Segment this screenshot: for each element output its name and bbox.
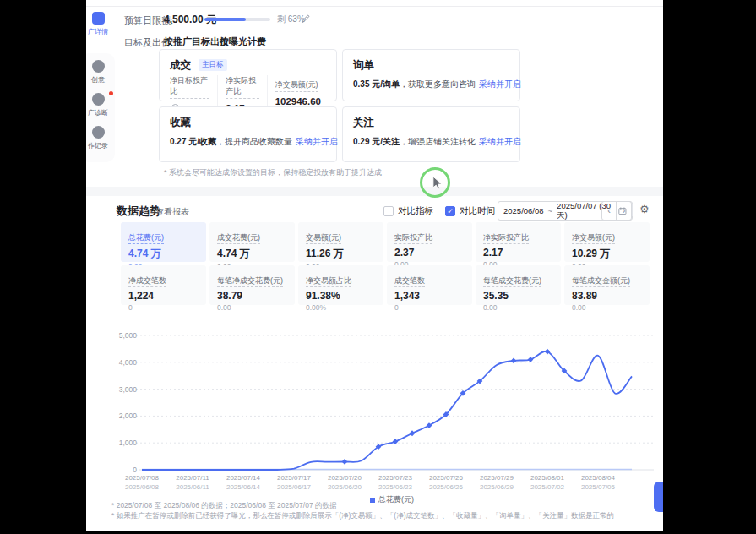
y-tick-label: 3,000: [119, 385, 138, 394]
metric-card[interactable]: 实际投产比2.370.00: [387, 222, 472, 262]
adopt-enable-link[interactable]: 采纳并开启: [296, 137, 338, 146]
metric-card-value: 2.37: [394, 247, 465, 259]
x-tick-compare-label: 2025/06/11: [176, 483, 209, 491]
x-tick-compare-label: 2025/06/14: [226, 483, 261, 491]
prev-period-button[interactable]: ‹: [602, 202, 617, 220]
metric-card[interactable]: 每笔净成交花费(元)38.790.00: [209, 265, 295, 305]
goal-card-inquiry: 询单 0.35 元/询单，获取更多意向咨询采纳并开启: [342, 49, 520, 101]
metric-card-label: 净交易额占比: [306, 275, 351, 287]
metric-card-label: 每笔成交金额(元): [572, 275, 630, 287]
adopt-enable-link[interactable]: 采纳并开启: [479, 137, 521, 146]
primary-goal-badge: 主目标: [199, 59, 227, 71]
metric-card[interactable]: 净交易额(元)10.29 万0.00: [564, 222, 650, 262]
goal-card-title: 成交: [170, 58, 191, 73]
x-tick-label: 2025/07/11: [176, 474, 209, 482]
date-separator: ~: [548, 206, 553, 215]
metric-card-value: 2.17: [483, 247, 553, 259]
metric-card[interactable]: 净实际投产比2.170.00: [476, 222, 561, 262]
sidebar-item-diagnosis[interactable]: 广诊断: [86, 93, 115, 117]
x-tick-compare-label: 2025/06/08: [125, 483, 160, 491]
metric-card[interactable]: 净交易额占比91.38%0.00%: [298, 265, 383, 305]
sidebar: 广详情 创意 广诊断 作记录: [86, 12, 115, 162]
data-point-marker[interactable]: [528, 357, 534, 362]
settings-gear-icon[interactable]: ⚙: [639, 203, 650, 215]
goal-card-desc: 0.35 元/询单，获取更多意向咨询采纳并开启: [353, 79, 521, 90]
goal-card-desc: 0.29 元/关注，增强店铺关注转化采纳并开启: [353, 136, 521, 148]
x-tick-compare-label: 2025/06/29: [480, 483, 514, 491]
tab-bid-by-impression[interactable]: 按曝光计费: [220, 35, 266, 48]
footnote-data-range: * 2025/07/08 至 2025/08/06 的数据；2025/06/08…: [111, 501, 337, 511]
adopt-enable-link[interactable]: 采纳并开启: [479, 79, 521, 89]
trend-section-title: 数据趋势: [117, 204, 160, 219]
promotion-detail-icon: [92, 12, 105, 25]
data-point-marker[interactable]: [410, 430, 416, 436]
y-tick-label: 5,000: [119, 331, 138, 340]
x-tick-label: 2025/08/04: [581, 474, 616, 482]
y-tick-label: 1,000: [119, 439, 138, 447]
metric-card-compare-value: 0.00: [217, 303, 287, 312]
sidebar-item-detail[interactable]: 广详情: [86, 12, 115, 36]
sidebar-item-label: 作记录: [86, 141, 115, 150]
metric-card-value: 38.79: [217, 290, 287, 302]
view-report-link[interactable]: 查看报表: [155, 206, 189, 218]
metric-card-value: 91.38%: [306, 290, 376, 302]
x-tick-compare-label: 2025/07/05: [581, 483, 616, 491]
metric-card[interactable]: 每笔成交金额(元)83.890.00: [564, 265, 650, 305]
date-start: 2025/06/08: [503, 206, 544, 215]
legend-label: 总花费(元): [378, 494, 414, 505]
main-panel: 广详情 创意 广诊断 作记录 预算日限额: 4,5: [86, 0, 663, 531]
metric-card-label: 成交花费(元): [217, 232, 260, 244]
data-point-marker[interactable]: [342, 459, 348, 465]
goal-card-desc: 0.27 元/收藏，提升商品收藏数量采纳并开启: [170, 136, 338, 148]
metric-card-compare-value: 0.00: [483, 303, 553, 312]
metric-label: 净目标投产比: [170, 75, 209, 99]
metric-card[interactable]: 总花费(元)4.74 万0.00: [121, 222, 206, 262]
header-divider: [632, 204, 633, 216]
compare-metric-checkbox[interactable]: [383, 206, 394, 216]
sidebar-item-records[interactable]: 作记录: [86, 126, 115, 150]
y-tick-label: 0: [133, 466, 137, 474]
metric-card-value: 1,343: [394, 290, 465, 302]
goal-card-follow: 关注 0.29 元/关注，增强店铺关注转化采纳并开启: [342, 106, 520, 162]
data-point-marker[interactable]: [393, 439, 399, 444]
metric-card[interactable]: 净成交笔数1,2240: [121, 265, 206, 305]
metric-card-label: 净成交笔数: [128, 275, 166, 287]
data-point-marker[interactable]: [511, 357, 517, 363]
sidebar-item-label: 广诊断: [86, 108, 115, 117]
trend-chart: 01,0002,0003,0004,0005,0002025/07/082025…: [110, 328, 659, 501]
metric-card-label: 每笔净成交花费(元): [217, 275, 283, 287]
next-period-button[interactable]: ›: [617, 202, 631, 220]
notification-dot: [109, 91, 113, 95]
sidebar-item-label: 广详情: [86, 27, 115, 36]
metric-card-value: 1,224: [128, 290, 199, 302]
x-tick-compare-label: 2025/06/17: [277, 483, 312, 491]
sidebar-group: 创意 广诊断 作记录: [86, 53, 115, 162]
x-tick-label: 2025/07/20: [328, 474, 362, 482]
sidebar-item-label: 创意: [86, 75, 115, 84]
compare-time-checkbox[interactable]: ✓: [445, 206, 455, 216]
metric-card[interactable]: 每笔成交花费(元)35.350.00: [476, 265, 561, 305]
metric-card-compare-value: 0: [394, 303, 465, 312]
sidebar-item-creative[interactable]: 创意: [86, 60, 115, 84]
metric-card-label: 实际投产比: [394, 232, 432, 244]
compare-metric-label: 对比指标: [398, 205, 433, 217]
metric-card-value: 11.26 万: [306, 247, 376, 261]
budget-slider[interactable]: [204, 18, 270, 21]
metric-card-compare-value: 0: [128, 303, 199, 312]
edit-budget-icon[interactable]: [301, 14, 311, 24]
data-point-marker[interactable]: [427, 422, 432, 428]
metric-card[interactable]: 交易额(元)11.26 万0.00: [298, 222, 383, 262]
metric-card[interactable]: 成交笔数1,3430: [387, 265, 472, 305]
metric-card[interactable]: 成交花费(元)4.74 万0.00: [209, 222, 295, 262]
goal-card-favorite: 收藏 0.27 元/收藏，提升商品收藏数量采纳并开启: [159, 106, 337, 162]
metric-card-compare-value: 0.00%: [306, 303, 376, 312]
metric-card-value: 10.29 万: [572, 247, 642, 261]
x-tick-compare-label: 2025/06/23: [378, 483, 413, 491]
compare-time-label: 对比时间: [460, 205, 495, 217]
x-tick-label: 2025/08/01: [530, 474, 565, 482]
metric-label: 净实际投产比: [226, 75, 258, 99]
metric-card-label: 每笔成交花费(元): [483, 275, 541, 287]
date-pager: ‹ ›: [601, 201, 632, 221]
goal-card-title: 收藏: [170, 116, 191, 130]
floating-side-button[interactable]: [654, 482, 663, 512]
